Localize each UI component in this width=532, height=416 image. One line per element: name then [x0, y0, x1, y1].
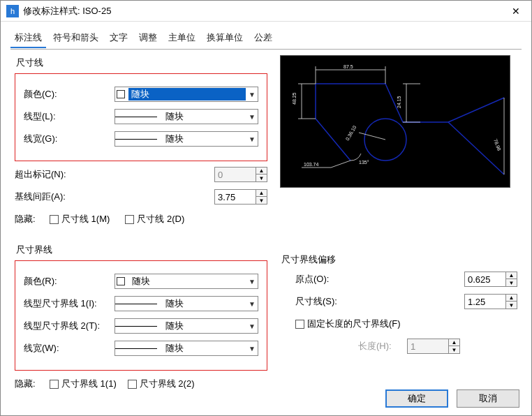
ext-lt2-label: 线型尺寸界线 2(T):: [24, 320, 114, 332]
line-sample-icon: [115, 348, 157, 349]
svg-line-0: [448, 122, 504, 174]
preview-d3: 24.15: [397, 96, 401, 108]
ok-button[interactable]: 确定: [385, 389, 448, 408]
tab-fit[interactable]: 调整: [135, 29, 161, 48]
line-sample-icon: [115, 139, 157, 140]
hide2-label: 尺寸线 2(D): [137, 213, 184, 225]
dimline-offset-spinner[interactable]: ▲▼: [464, 294, 517, 309]
line-sample-icon: [115, 326, 157, 327]
ext-color-combo[interactable]: 随块 ▼: [114, 274, 258, 289]
chevron-down-icon: ▼: [246, 322, 258, 330]
line-sample-icon: [115, 117, 157, 117]
hide2-check[interactable]: 尺寸线 2(D): [125, 213, 184, 225]
baseline-spinner[interactable]: ▲▼: [214, 189, 267, 205]
chevron-down-icon: ▼: [246, 113, 258, 121]
preview-d5: 0.36.10: [345, 125, 357, 142]
ext-hide2-check[interactable]: 尺寸界线 2(2): [128, 378, 195, 390]
spin-up-icon: ▲: [449, 339, 459, 346]
tab-primary[interactable]: 主单位: [164, 29, 200, 48]
color-swatch: [117, 277, 125, 285]
svg-line-12: [331, 161, 350, 168]
length-input: [407, 339, 449, 354]
chevron-down-icon: ▼: [246, 278, 258, 285]
group-dimline: 尺寸线: [16, 57, 267, 69]
spin-up-icon[interactable]: ▲: [256, 190, 267, 197]
extend-input: [214, 167, 256, 182]
svg-line-14: [359, 133, 385, 140]
spin-up-icon[interactable]: ▲: [506, 295, 517, 302]
lineweight-value: 随块: [161, 133, 246, 145]
window-title: 修改标注样式: ISO-25: [23, 5, 501, 17]
line-sample-icon: [115, 304, 157, 304]
length-label: 长度(H):: [358, 340, 407, 352]
preview-d6: 135°: [359, 160, 369, 165]
chevron-down-icon: ▼: [246, 300, 258, 308]
preview-d4: 78.98: [493, 138, 502, 151]
dimline-offset-input[interactable]: [464, 294, 506, 309]
preview-d1: 87.5: [343, 64, 353, 69]
preview-pane: 87.5 48.25 24.15 78.98 0.36.10 135° 103.…: [280, 55, 510, 188]
close-button[interactable]: ✕: [501, 1, 531, 22]
baseline-input[interactable]: [214, 189, 256, 205]
ext-lt1-label: 线型尺寸界线 1(I):: [24, 297, 114, 310]
ext-lw-label: 线宽(W):: [24, 342, 114, 355]
ext-lw-value: 随块: [161, 342, 246, 355]
lineweight-combo[interactable]: 随块 ▼: [114, 131, 258, 147]
ext-lw-combo[interactable]: 随块 ▼: [114, 341, 258, 356]
tab-dimline[interactable]: 标注线: [10, 29, 46, 48]
hide1-label: 尺寸线 1(M): [61, 213, 110, 225]
group-offset: 尺寸界线偏移: [281, 253, 517, 266]
ext-lt1-value: 随块: [161, 297, 246, 310]
ext-hide1-check[interactable]: 尺寸界线 1(1): [50, 378, 117, 390]
extend-label: 超出标记(N):: [15, 168, 105, 181]
spin-down-icon[interactable]: ▼: [506, 279, 517, 286]
chevron-down-icon: ▼: [246, 345, 258, 352]
linetype-label: 线型(L):: [24, 110, 114, 123]
tab-alt[interactable]: 换算单位: [202, 29, 247, 48]
chevron-down-icon: ▼: [246, 91, 258, 98]
fixed-length-label: 固定长度的尺寸界线(F): [307, 318, 401, 330]
spin-up-icon: ▲: [256, 168, 267, 174]
chevron-down-icon: ▼: [246, 135, 258, 143]
group-extline: 尺寸界线: [16, 244, 267, 256]
length-spinner: ▲▼: [407, 339, 460, 354]
fixed-length-check[interactable]: 固定长度的尺寸界线(F): [295, 318, 401, 330]
color-combo[interactable]: 随块 ▼: [114, 87, 258, 102]
hide1-check[interactable]: 尺寸线 1(M): [50, 213, 110, 225]
extend-spinner[interactable]: ▲▼: [214, 167, 267, 182]
highlight-box-1: 颜色(C): 随块 ▼ 线型(L): 随块 ▼ 线宽: [15, 73, 267, 161]
spin-down-icon[interactable]: ▼: [256, 197, 267, 204]
origin-spinner[interactable]: ▲▼: [464, 272, 517, 287]
spin-down-icon[interactable]: ▼: [506, 302, 517, 309]
ext-color-label: 颜色(R):: [24, 275, 114, 288]
app-icon: h: [6, 5, 19, 17]
ext-lt2-value: 随块: [161, 320, 246, 332]
tab-symbols[interactable]: 符号和箭头: [49, 29, 103, 48]
tab-text[interactable]: 文字: [105, 29, 132, 48]
color-label: 颜色(C):: [24, 88, 114, 101]
highlight-box-2: 颜色(R): 随块 ▼ 线型尺寸界线 1(I): 随块 ▼: [15, 260, 267, 371]
ext-lt2-combo[interactable]: 随块 ▼: [114, 318, 258, 334]
linetype-value: 随块: [161, 110, 246, 123]
ext-hide-label: 隐藏:: [15, 378, 50, 390]
color-value: 随块: [128, 88, 246, 101]
spin-up-icon[interactable]: ▲: [506, 272, 517, 279]
origin-input[interactable]: [464, 272, 506, 287]
ext-hide2-label: 尺寸界线 2(2): [140, 378, 195, 390]
lineweight-label: 线宽(G):: [24, 133, 114, 145]
spin-down-icon: ▼: [256, 174, 267, 181]
linetype-combo[interactable]: 随块 ▼: [114, 109, 258, 124]
ext-color-value: 随块: [128, 275, 246, 288]
ext-hide1-label: 尺寸界线 1(1): [61, 378, 117, 390]
spin-down-icon: ▼: [449, 346, 459, 353]
hide-label: 隐藏:: [15, 213, 50, 225]
cancel-button[interactable]: 取消: [457, 389, 519, 408]
preview-d2: 48.25: [292, 92, 297, 105]
color-swatch: [117, 90, 125, 98]
preview-d7: 103.74: [304, 162, 319, 167]
baseline-label: 基线间距(A):: [15, 191, 105, 203]
ext-lt1-combo[interactable]: 随块 ▼: [114, 296, 258, 311]
origin-label: 原点(O):: [295, 273, 365, 285]
tab-tol[interactable]: 公差: [250, 29, 276, 48]
tab-bar: 标注线 符号和箭头 文字 调整 主单位 换算单位 公差: [1, 22, 531, 48]
